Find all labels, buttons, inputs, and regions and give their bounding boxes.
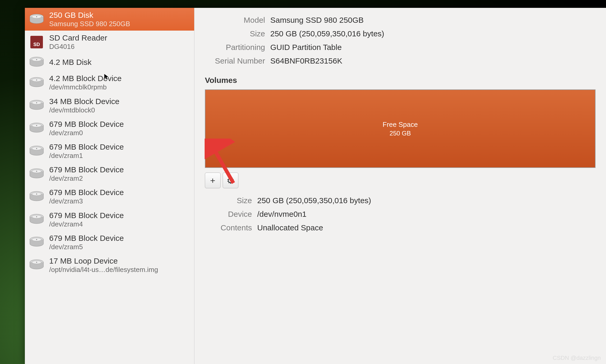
volume-free-space[interactable]: Free Space 250 GB bbox=[205, 89, 596, 168]
sidebar-item-7[interactable]: 679 MB Block Device/dev/zram2 bbox=[25, 162, 194, 185]
svg-point-32 bbox=[36, 262, 37, 263]
disk-icon bbox=[29, 259, 44, 271]
sidebar-item-labels: 250 GB DiskSamsung SSD 980 250GB bbox=[49, 10, 130, 28]
svg-point-23 bbox=[36, 194, 37, 195]
vol-contents-value: Unallocated Space bbox=[257, 223, 596, 232]
svg-point-5 bbox=[36, 59, 37, 60]
volume-title: Free Space bbox=[383, 121, 418, 129]
disk-icon bbox=[29, 145, 44, 157]
disk-icon bbox=[29, 213, 44, 226]
volume-toolbar: + ⚙ bbox=[205, 173, 596, 188]
sidebar-item-2[interactable]: 4.2 MB Disk bbox=[25, 53, 194, 71]
disks-window: 250 GB DiskSamsung SSD 980 250GBSDSD Car… bbox=[25, 8, 606, 364]
volume-settings-button[interactable]: ⚙ bbox=[223, 173, 238, 188]
sidebar-item-labels: 679 MB Block Device/dev/zram3 bbox=[49, 188, 124, 205]
disk-icon bbox=[29, 99, 44, 112]
gear-icon: ⚙ bbox=[227, 175, 234, 186]
main-panel: Model Samsung SSD 980 250GB Size 250 GB … bbox=[194, 8, 606, 364]
sidebar-item-9[interactable]: 679 MB Block Device/dev/zram4 bbox=[25, 208, 194, 231]
sidebar-item-title: 34 MB Block Device bbox=[49, 97, 119, 106]
sidebar-item-title: 679 MB Block Device bbox=[49, 211, 124, 220]
sidebar-item-title: 679 MB Block Device bbox=[49, 165, 124, 174]
disk-icon bbox=[29, 76, 44, 89]
svg-point-11 bbox=[36, 102, 37, 103]
svg-point-17 bbox=[36, 148, 37, 149]
sidebar-item-6[interactable]: 679 MB Block Device/dev/zram1 bbox=[25, 140, 194, 162]
sidebar-item-labels: SD Card ReaderDG4016 bbox=[49, 33, 107, 51]
volumes-header: Volumes bbox=[205, 76, 596, 85]
sidebar-item-labels: 4.2 MB Disk bbox=[49, 58, 92, 67]
watermark: CSDN @dazzlingn bbox=[553, 355, 601, 361]
plus-icon: + bbox=[210, 175, 215, 186]
sidebar-item-title: 250 GB Disk bbox=[49, 10, 130, 20]
device-sidebar: 250 GB DiskSamsung SSD 980 250GBSDSD Car… bbox=[25, 8, 194, 364]
size-value: 250 GB (250,059,350,016 bytes) bbox=[270, 29, 596, 38]
disk-icon bbox=[29, 122, 44, 134]
sidebar-item-subtitle: /dev/zram4 bbox=[49, 220, 124, 228]
sidebar-item-labels: 679 MB Block Device/dev/zram4 bbox=[49, 211, 124, 228]
sidebar-item-subtitle: /dev/zram0 bbox=[49, 129, 124, 137]
svg-point-2 bbox=[36, 16, 37, 17]
vol-device-value: /dev/nvme0n1 bbox=[257, 210, 596, 219]
sidebar-item-subtitle: DG4016 bbox=[49, 43, 107, 51]
serial-value: S64BNF0RB23156K bbox=[270, 56, 596, 65]
vol-contents-label: Contents bbox=[205, 223, 252, 232]
svg-point-8 bbox=[36, 79, 37, 81]
sidebar-item-labels: 17 MB Loop Device/opt/nvidia/l4t-us…de/f… bbox=[49, 256, 158, 274]
sidebar-item-title: 679 MB Block Device bbox=[49, 188, 124, 197]
sidebar-item-subtitle: /dev/zram5 bbox=[49, 243, 124, 251]
sidebar-item-labels: 679 MB Block Device/dev/zram5 bbox=[49, 234, 124, 251]
sidebar-item-subtitle: /dev/zram2 bbox=[49, 174, 124, 183]
sidebar-item-0[interactable]: 250 GB DiskSamsung SSD 980 250GB bbox=[25, 8, 194, 31]
vol-device-label: Device bbox=[205, 210, 252, 219]
sidebar-item-5[interactable]: 679 MB Block Device/dev/zram0 bbox=[25, 117, 194, 140]
sidebar-item-subtitle: /opt/nvidia/l4t-us…de/filesystem.img bbox=[49, 266, 158, 274]
model-label: Model bbox=[205, 16, 265, 25]
vol-size-label: Size bbox=[205, 196, 252, 205]
add-partition-button[interactable]: + bbox=[205, 173, 221, 188]
sidebar-item-title: SD Card Reader bbox=[49, 33, 107, 43]
sidebar-item-labels: 679 MB Block Device/dev/zram1 bbox=[49, 142, 124, 160]
sidebar-item-labels: 34 MB Block Device/dev/mtdblock0 bbox=[49, 97, 119, 114]
sidebar-item-subtitle: Samsung SSD 980 250GB bbox=[49, 20, 130, 28]
sidebar-item-subtitle: /dev/zram3 bbox=[49, 197, 124, 205]
disk-icon bbox=[29, 13, 44, 26]
svg-point-29 bbox=[36, 239, 37, 240]
sidebar-item-labels: 4.2 MB Block Device/dev/mmcblk0rpmb bbox=[49, 74, 122, 91]
sidebar-item-title: 679 MB Block Device bbox=[49, 142, 124, 152]
vol-size-value: 250 GB (250,059,350,016 bytes) bbox=[257, 196, 596, 205]
sd-badge: SD bbox=[30, 36, 43, 48]
serial-label: Serial Number bbox=[205, 56, 265, 65]
sidebar-item-1[interactable]: SDSD Card ReaderDG4016 bbox=[25, 31, 194, 53]
sidebar-item-subtitle: /dev/zram1 bbox=[49, 152, 124, 160]
sidebar-item-labels: 679 MB Block Device/dev/zram0 bbox=[49, 120, 124, 137]
sidebar-item-10[interactable]: 679 MB Block Device/dev/zram5 bbox=[25, 231, 194, 254]
sidebar-item-title: 4.2 MB Block Device bbox=[49, 74, 122, 83]
sidebar-item-11[interactable]: 17 MB Loop Device/opt/nvidia/l4t-us…de/f… bbox=[25, 254, 194, 276]
sidebar-item-labels: 679 MB Block Device/dev/zram2 bbox=[49, 165, 124, 183]
disk-icon bbox=[29, 236, 44, 248]
size-label: Size bbox=[205, 29, 265, 38]
disk-icon bbox=[29, 168, 44, 180]
volume-detail-grid: Size 250 GB (250,059,350,016 bytes) Devi… bbox=[205, 196, 596, 232]
sidebar-item-title: 4.2 MB Disk bbox=[49, 58, 92, 67]
volume-size: 250 GB bbox=[390, 130, 411, 137]
sidebar-item-title: 679 MB Block Device bbox=[49, 120, 124, 129]
model-value: Samsung SSD 980 250GB bbox=[270, 16, 596, 25]
sidebar-item-3[interactable]: 4.2 MB Block Device/dev/mmcblk0rpmb bbox=[25, 71, 194, 94]
sidebar-item-title: 17 MB Loop Device bbox=[49, 256, 158, 266]
sd-card-icon: SD bbox=[29, 36, 44, 48]
disk-info-grid: Model Samsung SSD 980 250GB Size 250 GB … bbox=[205, 16, 596, 65]
svg-point-14 bbox=[36, 125, 37, 126]
svg-point-26 bbox=[36, 216, 37, 217]
disk-icon bbox=[29, 190, 44, 203]
sidebar-item-subtitle: /dev/mtdblock0 bbox=[49, 106, 119, 114]
sidebar-item-title: 679 MB Block Device bbox=[49, 234, 124, 243]
disk-icon bbox=[29, 56, 44, 69]
sidebar-item-subtitle: /dev/mmcblk0rpmb bbox=[49, 83, 122, 91]
sidebar-item-8[interactable]: 679 MB Block Device/dev/zram3 bbox=[25, 185, 194, 208]
partitioning-value: GUID Partition Table bbox=[270, 43, 596, 52]
svg-point-20 bbox=[36, 171, 37, 172]
partitioning-label: Partitioning bbox=[205, 43, 265, 52]
sidebar-item-4[interactable]: 34 MB Block Device/dev/mtdblock0 bbox=[25, 94, 194, 117]
